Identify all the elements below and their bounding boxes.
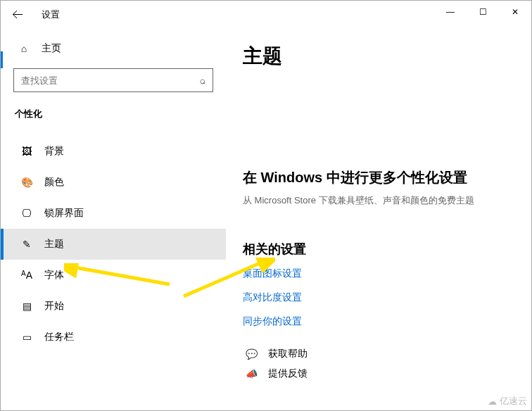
sidebar-item-background[interactable]: 🖼 背景 [1, 136, 226, 167]
sidebar-item-color[interactable]: 🎨 颜色 [1, 167, 226, 198]
start-icon: ▤ [19, 301, 34, 312]
close-button[interactable]: ✕ [499, 1, 531, 23]
home-icon: ⌂ [16, 43, 32, 54]
more-personalization-heading: 在 Windows 中进行更多个性化设置 [243, 168, 514, 187]
sidebar-item-label: 颜色 [44, 176, 64, 189]
search-input[interactable] [21, 75, 200, 86]
help-label: 获取帮助 [268, 348, 308, 360]
home-label: 主页 [42, 42, 61, 55]
sidebar-item-label: 锁屏界面 [44, 207, 84, 220]
sidebar-item-lockscreen[interactable]: 🖵 锁屏界面 [1, 198, 226, 229]
lockscreen-icon: 🖵 [19, 208, 34, 219]
window-title: 设置 [42, 8, 60, 21]
more-personalization-sub: 从 Microsoft Store 下载兼具壁纸、声音和颜色的免费主题 [243, 194, 514, 207]
font-icon: AA [19, 270, 34, 281]
sidebar-item-label: 主题 [44, 238, 64, 251]
taskbar-icon: ▭ [19, 331, 34, 343]
minimize-button[interactable]: — [434, 1, 467, 23]
feedback-link[interactable]: 📣 提供反馈 [243, 367, 514, 380]
watermark: ☁ 亿速云 [488, 395, 527, 407]
link-high-contrast[interactable]: 高对比度设置 [243, 291, 514, 304]
sidebar-item-theme[interactable]: ✎ 主题 [1, 229, 226, 260]
maximize-button[interactable]: ☐ [467, 1, 499, 23]
search-box[interactable]: ⌕ [13, 68, 213, 92]
link-sync-settings[interactable]: 同步你的设置 [243, 315, 514, 328]
sidebar-item-label: 字体 [44, 269, 64, 282]
sidebar-item-label: 开始 [44, 300, 64, 312]
page-title: 主题 [243, 43, 514, 70]
sidebar-item-label: 背景 [44, 145, 64, 158]
sidebar: ⌂ 主页 ⌕ 个性化 🖼 背景 🎨 颜色 🖵 锁屏界面 ✎ 主题 AA 字体 [1, 29, 226, 410]
link-desktop-icons[interactable]: 桌面图标设置 [243, 267, 514, 280]
theme-icon: ✎ [19, 239, 34, 250]
back-button[interactable]: 🡠 [4, 1, 32, 29]
sidebar-item-start[interactable]: ▤ 开始 [1, 291, 226, 322]
sidebar-item-fonts[interactable]: AA 字体 [1, 260, 226, 291]
sidebar-item-label: 任务栏 [44, 331, 74, 343]
cloud-icon: ☁ [488, 396, 497, 407]
section-title: 个性化 [1, 108, 226, 120]
palette-icon: 🎨 [19, 177, 34, 188]
main-content: 主题 在 Windows 中进行更多个性化设置 从 Microsoft Stor… [226, 29, 531, 410]
home-link[interactable]: ⌂ 主页 [1, 34, 226, 63]
picture-icon: 🖼 [19, 146, 34, 157]
help-icon: 💬 [243, 348, 260, 360]
feedback-label: 提供反馈 [268, 367, 308, 380]
feedback-icon: 📣 [243, 368, 260, 379]
search-icon: ⌕ [200, 75, 205, 86]
help-link[interactable]: 💬 获取帮助 [243, 348, 514, 360]
sidebar-item-taskbar[interactable]: ▭ 任务栏 [1, 322, 226, 353]
related-settings-heading: 相关的设置 [243, 241, 514, 258]
